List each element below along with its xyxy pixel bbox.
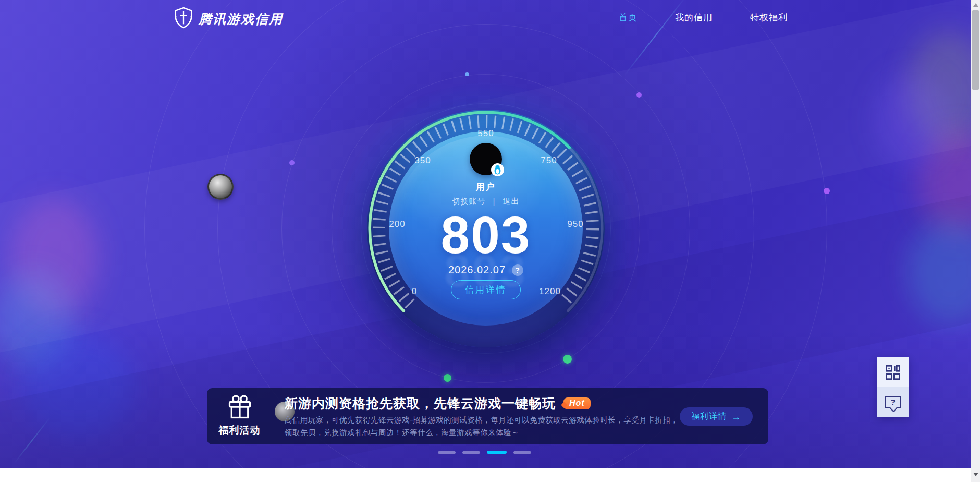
bg-art-right-cyan [907,219,971,323]
nav-item-privileges[interactable]: 特权福利 [750,11,788,23]
carousel-dot-3[interactable] [487,451,507,454]
credit-score: 803 [367,208,605,262]
scrollbar[interactable] [971,0,980,482]
orbit-avatar [207,174,234,200]
benefit-label: 福利活动 [207,424,272,437]
orbit-dot-purple-1 [636,92,642,98]
orbit-dot-blue [465,72,469,76]
bg-art-right-purple [876,73,949,167]
floating-widget: ? [877,357,909,417]
hot-badge: Hot [564,397,591,409]
brand-logo[interactable]: 腾讯游戏信用 [174,7,283,31]
banner-desc-line2: 领取先贝，兑换游戏礼包与周边！还等什么，海量游戏等你来体验～ [285,428,519,438]
score-date: 2026.02.07 [448,264,506,276]
nav-item-my-credit[interactable]: 我的信用 [675,11,713,23]
qq-badge-icon [491,163,504,176]
below-fold-content [0,468,971,482]
bg-art-left-blue [21,334,136,438]
benefits-detail-button[interactable]: 福利详情 → [680,407,753,426]
arrow-right-icon: → [731,412,741,421]
feedback-question-mark: ? [890,397,895,406]
gift-icon [226,394,253,420]
qr-code-icon [885,364,901,381]
help-icon[interactable]: ? [512,264,523,276]
page: 腾讯游戏信用 首页 我的信用 特权福利 [0,0,980,482]
orbit-dot-green-1 [563,355,572,364]
carousel-dot-4[interactable] [513,451,531,454]
benefit-block: 福利活动 [207,388,272,444]
carousel-dot-2[interactable] [462,451,480,454]
feedback-button[interactable]: ? [877,387,909,417]
scrollbar-thumb[interactable] [972,10,979,90]
bg-streak-bottom-left [14,418,50,464]
credit-detail-button[interactable]: 信用详情 [451,280,521,299]
qr-code-button[interactable] [877,357,909,387]
orbit-dot-purple-3 [824,188,830,194]
banner-headline-row: 新游内测资格抢先获取，先锋云游戏一键畅玩 Hot [285,395,591,412]
promo-banner: 福利活动 新游内测资格抢先获取，先锋云游戏一键畅玩 Hot 高信用玩家，可优先获… [207,388,768,444]
bg-art-left-cyan [0,271,73,370]
hero-section: 腾讯游戏信用 首页 我的信用 特权福利 [0,0,971,468]
scale-label-550: 550 [477,128,494,139]
carousel-dot-1[interactable] [438,451,456,454]
benefits-detail-label: 福利详情 [691,411,727,422]
brand-title: 腾讯游戏信用 [199,10,283,28]
carousel-indicators [438,451,531,454]
scroll-down-arrow[interactable] [973,473,978,476]
bg-art-right-pink [917,130,971,235]
credit-gauge: 550 350 750 200 950 0 1200 用户 切换账号 [367,110,605,347]
score-date-row: 2026.02.07 ? [367,264,605,276]
nav-item-home[interactable]: 首页 [619,11,638,23]
feedback-icon: ? [885,396,901,408]
username: 用户 [367,181,605,193]
scale-label-750: 750 [541,155,557,166]
banner-desc-line1: 高信用玩家，可优先获得先锋云游戏-招募游戏的测试资格，每月还可以免费获取云游戏体… [285,415,678,425]
scale-label-350: 350 [414,155,431,166]
banner-headline: 新游内测资格抢先获取，先锋云游戏一键畅玩 [285,395,556,412]
orbit-dot-green-2 [444,374,451,382]
user-avatar[interactable] [470,143,502,175]
bg-art-left-pink [10,198,99,318]
shield-icon [174,7,193,31]
bg-art-right-olive [907,31,971,146]
header: 腾讯游戏信用 首页 我的信用 特权福利 [0,0,971,32]
scroll-up-arrow[interactable] [973,3,978,7]
main-nav: 首页 我的信用 特权福利 [619,11,788,23]
orbit-dot-purple-2 [289,160,295,165]
